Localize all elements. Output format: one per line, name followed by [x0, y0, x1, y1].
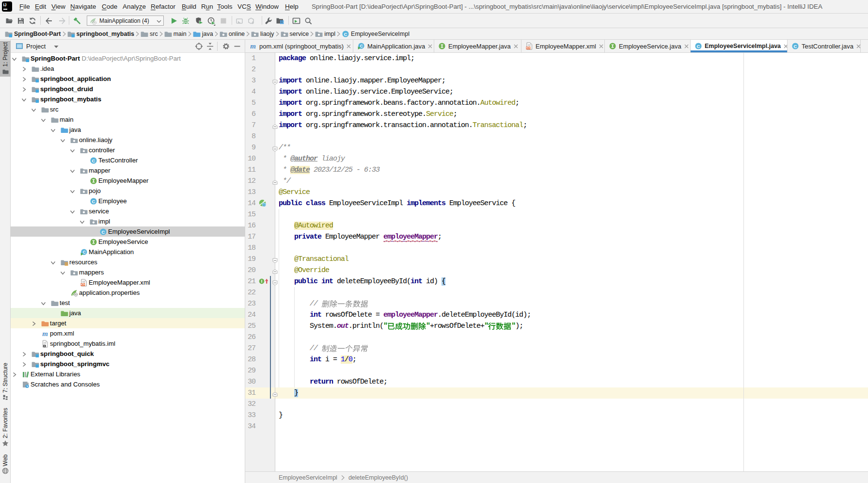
svg-text:<>: <>: [81, 283, 85, 286]
svg-text:C: C: [92, 198, 95, 204]
svg-text:C: C: [344, 31, 347, 36]
svg-text:C: C: [697, 44, 700, 49]
svg-text:C: C: [102, 229, 105, 234]
svg-text:<>: <>: [526, 47, 530, 50]
svg-text:m: m: [42, 330, 48, 338]
svg-text:m: m: [250, 42, 256, 50]
svg-text:C: C: [83, 249, 86, 254]
svg-text:C: C: [794, 44, 797, 49]
svg-text:c: c: [263, 203, 265, 207]
svg-text:C: C: [92, 158, 95, 163]
svg-text:C: C: [360, 44, 363, 48]
